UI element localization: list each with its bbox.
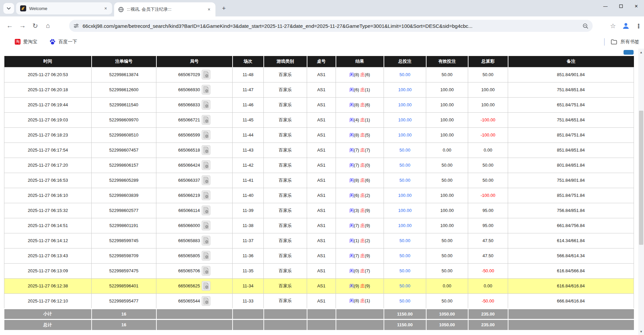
cell-bet-id: 522998612600 <box>92 82 156 97</box>
replay-video-button[interactable] <box>202 175 210 185</box>
cell-total-bet[interactable]: 100.00 <box>384 203 426 218</box>
cell-valid-bet: 50.00 <box>426 173 468 188</box>
scrollbar-down-icon[interactable]: ▼ <box>638 329 644 334</box>
cell-payout: -100.00 <box>468 188 508 203</box>
maximize-button[interactable] <box>613 0 629 12</box>
cell-total-bet[interactable]: 100.00 <box>384 97 426 112</box>
video-replay-icon <box>203 237 209 244</box>
cell-total-bet[interactable]: 100.00 <box>384 188 426 203</box>
forward-icon[interactable]: → <box>16 22 29 30</box>
video-replay-icon <box>203 207 209 214</box>
footer-empty-cell <box>233 319 264 330</box>
column-header: 总派彩 <box>468 56 508 67</box>
bookmark-baidu[interactable]: 百度一下 <box>49 39 77 45</box>
footer-total_bet: 1150.00 <box>384 319 426 330</box>
replay-video-button[interactable] <box>202 251 210 261</box>
new-tab-button[interactable]: + <box>220 4 228 12</box>
all-bookmarks-button[interactable]: 所有书签 <box>621 39 639 45</box>
table-row: 2025-11-27 06:13:09522998597475665065706… <box>4 263 634 278</box>
cell-table-no: AS1 <box>307 82 336 97</box>
page-scrollbar[interactable]: ▲ ▼ <box>638 49 644 335</box>
tab-search-button[interactable] <box>3 3 14 14</box>
cell-total-bet[interactable]: 50.00 <box>384 233 426 248</box>
cell-total-bet[interactable]: 50.00 <box>384 293 426 309</box>
cell-total-bet[interactable]: 50.00 <box>384 143 426 158</box>
browser-toolbar: ← → ↻ ⌂ 66cxkj98.com/game/betrecord_sear… <box>0 16 644 35</box>
cell-total-bet[interactable]: 100.00 <box>384 82 426 97</box>
cell-time: 2025-11-27 06:16:10 <box>4 188 92 203</box>
replay-video-button[interactable] <box>202 160 210 170</box>
replay-video-button[interactable] <box>202 70 210 79</box>
tab-close-icon[interactable]: × <box>103 5 109 12</box>
cell-total-bet[interactable]: 50.00 <box>384 173 426 188</box>
cell-session: 11-34 <box>233 278 264 293</box>
scrollbar-up-icon[interactable]: ▲ <box>638 49 644 55</box>
partial-blue-button[interactable] <box>624 50 634 55</box>
cell-valid-bet: 0.00 <box>426 143 468 158</box>
cell-session: 11-35 <box>233 263 264 278</box>
replay-video-button[interactable] <box>202 206 210 215</box>
cell-valid-bet: 100.00 <box>426 218 468 233</box>
cell-remark: 751.84/651.84 <box>508 112 634 127</box>
replay-video-button[interactable] <box>202 190 210 200</box>
replay-video-button[interactable] <box>202 281 210 291</box>
cell-payout: 95.00 <box>468 218 508 233</box>
bookmark-star-icon[interactable]: ☆ <box>610 22 616 30</box>
cell-table-no: AS1 <box>307 158 336 173</box>
table-row: 2025-11-27 06:12:38522998596401665065625… <box>4 278 634 293</box>
cell-total-bet[interactable]: 100.00 <box>384 112 426 127</box>
cell-table-no: AS1 <box>307 127 336 143</box>
divider <box>604 38 605 46</box>
game-number: 665066833 <box>178 102 200 107</box>
tab-betrecord[interactable]: :::视讯. 会员下注纪录::: × <box>114 2 215 16</box>
replay-video-button[interactable] <box>202 296 210 306</box>
tab-close-icon[interactable]: × <box>206 6 212 13</box>
cell-table-no: AS1 <box>307 67 336 82</box>
cell-total-bet[interactable]: 100.00 <box>384 218 426 233</box>
replay-video-button[interactable] <box>202 221 210 230</box>
back-icon[interactable]: ← <box>3 22 16 30</box>
scrollbar-thumb[interactable] <box>639 111 643 245</box>
cell-remark: 614.34/661.84 <box>508 233 634 248</box>
cell-game-type: 百家乐 <box>264 97 307 112</box>
close-window-button[interactable]: ✕ <box>629 0 644 12</box>
address-bar[interactable]: 66cxkj98.com/game/betrecord_search/kind3… <box>69 20 593 32</box>
video-replay-icon <box>203 162 209 169</box>
url-text[interactable]: 66cxkj98.com/game/betrecord_search/kind3… <box>83 23 582 29</box>
cell-result: 闲(3) 庄(9) <box>336 203 384 218</box>
tab-welcome[interactable]: Welcome × <box>16 2 112 14</box>
replay-video-button[interactable] <box>202 266 210 276</box>
footer-empty-cell <box>156 309 233 319</box>
game-number: 665066337 <box>178 178 200 183</box>
home-icon[interactable]: ⌂ <box>42 22 54 30</box>
cell-total-bet[interactable]: 50.00 <box>384 158 426 173</box>
cell-total-bet[interactable]: 50.00 <box>384 248 426 263</box>
replay-video-button[interactable] <box>202 130 210 140</box>
video-replay-icon <box>203 282 209 289</box>
cell-remark: 661.84/756.84 <box>508 218 634 233</box>
replay-video-button[interactable] <box>202 145 210 155</box>
banker-label: 庄 <box>360 148 365 153</box>
replay-video-button[interactable] <box>202 85 210 95</box>
footer-empty-cell <box>307 309 336 319</box>
cell-payout: 100.00 <box>468 82 508 97</box>
replay-video-button[interactable] <box>202 236 210 245</box>
profile-avatar-icon[interactable] <box>622 22 630 30</box>
bookmark-taobao[interactable]: 淘 爱淘宝 <box>15 39 37 45</box>
reload-icon[interactable]: ↻ <box>29 22 42 30</box>
cell-session: 11-39 <box>233 203 264 218</box>
site-settings-icon[interactable] <box>73 23 79 29</box>
replay-video-button[interactable] <box>202 115 210 125</box>
cell-remark: 801.84/851.84 <box>508 158 634 173</box>
zoom-icon[interactable] <box>582 23 589 29</box>
cell-time: 2025-11-27 06:15:32 <box>4 203 92 218</box>
menu-dots-icon[interactable]: ••• <box>636 23 641 29</box>
cell-total-bet[interactable]: 50.00 <box>384 67 426 82</box>
column-header: 局号 <box>156 56 233 67</box>
replay-video-button[interactable] <box>202 100 210 110</box>
banker-label: 庄 <box>360 283 365 288</box>
minimize-button[interactable]: — <box>598 0 613 12</box>
cell-total-bet[interactable]: 50.00 <box>384 263 426 278</box>
cell-total-bet[interactable]: 100.00 <box>384 127 426 143</box>
cell-total-bet[interactable]: 50.00 <box>384 278 426 293</box>
